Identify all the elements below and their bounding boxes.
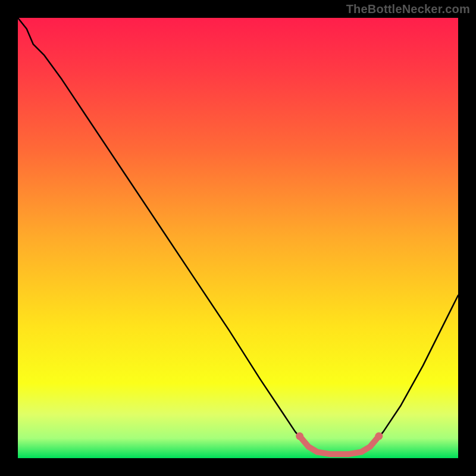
highlight-dot	[296, 433, 303, 440]
watermark-text: TheBottleNecker.com	[346, 2, 470, 16]
plot-area	[18, 18, 458, 458]
gradient-background	[18, 18, 458, 458]
plot-svg	[18, 18, 458, 458]
highlight-dot	[375, 433, 383, 440]
chart-frame: TheBottleNecker.com	[0, 0, 476, 476]
